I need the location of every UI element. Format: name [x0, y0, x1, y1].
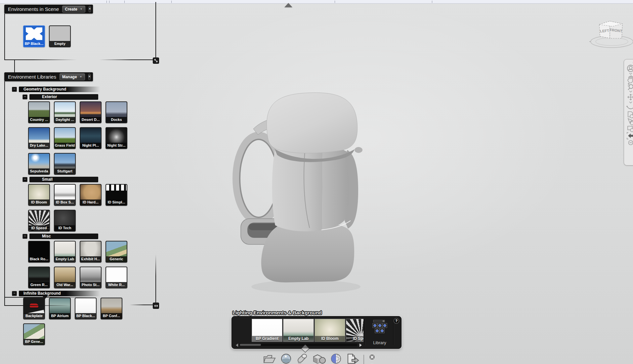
section-label: Geometry Background [19, 87, 100, 92]
close-icon[interactable]: × [88, 74, 91, 80]
manage-button[interactable]: Manage ▼ [60, 73, 85, 80]
pan-hand-icon[interactable] [627, 76, 633, 83]
scroll-left-arrow[interactable] [236, 344, 238, 347]
lighting-thumbnail[interactable]: ID Speed [346, 319, 363, 342]
environment-thumbnail[interactable]: Country ... [28, 101, 50, 123]
environment-thumbnail[interactable]: Old War... [54, 267, 76, 288]
close-icon[interactable]: × [89, 6, 91, 12]
environment-thumbnail[interactable]: Exhibit H... [80, 241, 102, 263]
scrollbar-handle[interactable] [240, 344, 261, 346]
chevron-down-icon: ▼ [80, 75, 82, 78]
scroll-right-arrow[interactable] [359, 344, 362, 347]
environment-thumbnail[interactable]: Stuttgart [54, 153, 76, 175]
thumbnail-label: Green R... [29, 282, 49, 288]
lighting-thumbnail[interactable]: Empty Lab [283, 319, 314, 342]
thumbnail-label: Sepulveda [29, 168, 49, 174]
thumbnail-label: Desert D... [80, 117, 101, 123]
panel-border [4, 81, 5, 306]
viewcube[interactable]: LEFT FRONT [589, 15, 633, 49]
appearance-icon[interactable] [330, 353, 342, 364]
menu-pulldown-arrow-icon[interactable] [284, 3, 292, 7]
environment-thumbnail[interactable]: BP Black... [75, 298, 97, 319]
collapse-icon[interactable]: − [12, 87, 17, 92]
scroll-down-arrow[interactable] [42, 296, 48, 299]
thumbnail-label: ID Simpl... [106, 200, 127, 205]
zoom-page-icon[interactable] [627, 111, 633, 118]
environment-thumbnail[interactable]: Night Pl... [80, 127, 102, 149]
environment-thumbnail[interactable]: Black Ro... [28, 241, 50, 263]
environment-thumbnail[interactable]: ID Tech [54, 210, 76, 232]
previous-view-icon[interactable] [626, 132, 633, 139]
viewcube-left-label: LEFT [600, 28, 609, 33]
environment-thumbnail[interactable]: BP Black... [23, 25, 45, 47]
environment-thumbnail[interactable]: ID Speed [28, 210, 50, 232]
environment-thumbnail[interactable]: BP Conf... [101, 298, 122, 319]
environment-thumbnail[interactable]: ID Bloom [28, 184, 50, 206]
environment-thumbnail[interactable]: Night Str... [106, 127, 127, 149]
environment-thumbnail[interactable]: Dry Lake... [28, 127, 50, 149]
divider [365, 319, 365, 345]
thumbnail-label: BP Atrium [50, 313, 70, 319]
orbit-icon[interactable] [627, 65, 633, 72]
lighting-thumbnail[interactable]: BP Gradient [252, 319, 282, 342]
environment-thumbnail[interactable]: Sepulveda [28, 153, 50, 175]
environment-thumbnail[interactable]: White R... [106, 267, 127, 288]
collapse-icon[interactable]: − [22, 234, 27, 239]
environment-thumbnail[interactable]: Green R... [28, 267, 50, 288]
thumbnail-label: Night Str... [106, 143, 127, 148]
kettle-3d-model[interactable] [222, 79, 377, 304]
environments-in-scene-header[interactable]: Environments in Scene Create ▼ × [4, 5, 93, 14]
environment-thumbnail[interactable]: Desert D... [80, 101, 102, 123]
create-button[interactable]: Create ▼ [62, 6, 85, 13]
environment-thumbnail[interactable]: Backplate [23, 298, 45, 319]
thumbnail-label: ID Box S... [55, 200, 75, 205]
environment-thumbnail[interactable]: Empty [49, 25, 71, 47]
collapse-icon[interactable]: − [12, 291, 17, 296]
environment-thumbnail[interactable]: BP Atrium [49, 298, 71, 319]
export-icon[interactable] [346, 353, 359, 364]
zoom-selection-icon[interactable] [627, 118, 633, 125]
move-icon[interactable] [627, 93, 633, 100]
look-around-icon[interactable] [626, 104, 633, 111]
environment-library-tree: −Geometry Background−ExteriorCountry ...… [0, 85, 151, 345]
environment-thumbnail[interactable]: ID Simpl... [106, 184, 127, 206]
library-button[interactable]: Library [367, 318, 393, 346]
chevron-down-icon[interactable] [629, 100, 632, 104]
zoom-region-icon[interactable] [627, 125, 633, 132]
environment-thumbnail[interactable]: Docks [106, 101, 127, 123]
environment-thumbnail[interactable]: Empty Lab [54, 241, 76, 263]
thumbnail-label: Docks [106, 117, 127, 123]
materials-icon[interactable] [312, 353, 326, 364]
resize-diagonal-grip[interactable] [153, 57, 159, 64]
environment-thumbnail[interactable]: Grass Field [54, 127, 76, 149]
resize-horizontal-grip[interactable] [153, 303, 159, 309]
group-header: −Geometry Background [12, 87, 151, 92]
thumbnail-label: BP Black... [24, 41, 44, 47]
collapse-icon[interactable] [628, 139, 633, 146]
thumbnail-grid: BackplateBP AtriumBP Black...BP Conf...B… [23, 298, 146, 345]
collapse-icon[interactable]: − [22, 94, 27, 99]
panel-border [4, 14, 5, 60]
open-file-icon[interactable] [263, 353, 276, 364]
zoom-plus-minus-icon[interactable] [627, 83, 633, 90]
collapse-icon[interactable]: − [22, 177, 27, 182]
thumbnail-label: Grass Field [55, 143, 75, 148]
environment-thumbnail[interactable]: Generic [106, 241, 127, 263]
environment-libraries-header[interactable]: Environment Libraries Manage ▼ × [4, 72, 93, 81]
scrollbar-track[interactable] [239, 344, 358, 346]
environment-thumbnail[interactable]: BP Gene... [23, 323, 45, 345]
panel-border [4, 59, 77, 60]
thumbnail-label: ID Bloom [315, 336, 345, 342]
environment-thumbnail[interactable]: Photo St... [80, 267, 102, 288]
lighting-thumbnail[interactable]: ID Bloom [315, 319, 345, 342]
group-header: −Infinite Background [12, 291, 151, 296]
environment-thumbnail[interactable]: ID Box S... [54, 184, 76, 206]
close-icon[interactable] [368, 353, 376, 362]
thumbnail-grid: Black Ro...Empty LabExhibit H...GenericG… [28, 241, 151, 288]
lighting-icon[interactable] [296, 353, 308, 364]
toolbar-tick [335, 1, 335, 3]
environment-thumbnail[interactable]: ID Hard... [80, 184, 102, 206]
environment-thumbnail[interactable]: Daylight ... [54, 101, 76, 123]
environment-icon[interactable] [280, 353, 292, 364]
help-icon[interactable]: ? [394, 318, 399, 324]
